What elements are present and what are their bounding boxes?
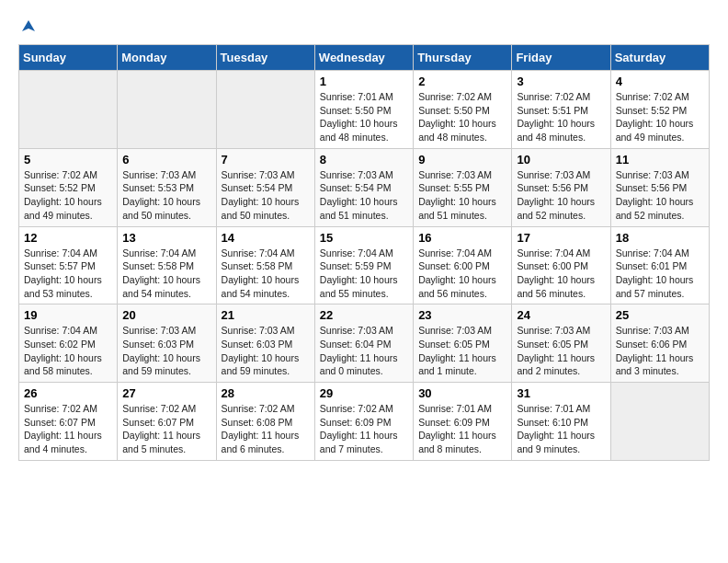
weekday-header-saturday: Saturday — [610, 45, 709, 71]
day-info: Sunrise: 7:03 AMSunset: 6:03 PMDaylight:… — [222, 324, 310, 378]
weekday-header-monday: Monday — [118, 45, 216, 71]
day-number: 29 — [320, 386, 408, 400]
calendar-cell: 2Sunrise: 7:02 AMSunset: 5:50 PMDaylight… — [414, 71, 512, 149]
day-info: Sunrise: 7:03 AMSunset: 5:54 PMDaylight:… — [222, 168, 310, 223]
calendar-cell: 14Sunrise: 7:04 AMSunset: 5:58 PMDayligh… — [216, 226, 314, 304]
day-info: Sunrise: 7:03 AMSunset: 6:05 PMDaylight:… — [418, 324, 506, 378]
day-number: 4 — [616, 75, 704, 88]
day-number: 2 — [418, 75, 506, 88]
calendar-cell: 6Sunrise: 7:03 AMSunset: 5:53 PMDaylight… — [118, 148, 216, 226]
day-number: 23 — [418, 308, 506, 322]
calendar-cell: 28Sunrise: 7:02 AMSunset: 6:08 PMDayligh… — [216, 383, 314, 461]
day-number: 10 — [517, 153, 605, 167]
day-info: Sunrise: 7:03 AMSunset: 5:56 PMDaylight:… — [616, 168, 704, 223]
day-number: 24 — [517, 308, 605, 322]
day-number: 13 — [122, 231, 210, 245]
calendar-cell: 1Sunrise: 7:01 AMSunset: 5:50 PMDaylight… — [314, 71, 413, 149]
calendar-cell: 12Sunrise: 7:04 AMSunset: 5:57 PMDayligh… — [19, 226, 118, 304]
calendar-cell: 15Sunrise: 7:04 AMSunset: 5:59 PMDayligh… — [314, 226, 413, 304]
calendar-cell — [118, 71, 216, 149]
day-number: 5 — [24, 153, 112, 167]
day-info: Sunrise: 7:04 AMSunset: 6:01 PMDaylight:… — [616, 247, 704, 301]
calendar-week-row: 26Sunrise: 7:02 AMSunset: 6:07 PMDayligh… — [19, 383, 710, 461]
day-info: Sunrise: 7:02 AMSunset: 6:07 PMDaylight:… — [122, 402, 210, 456]
calendar-cell: 8Sunrise: 7:03 AMSunset: 5:54 PMDaylight… — [314, 148, 413, 226]
day-number: 27 — [122, 386, 210, 400]
day-number: 30 — [418, 386, 506, 400]
day-info: Sunrise: 7:02 AMSunset: 6:07 PMDaylight:… — [24, 402, 112, 456]
day-info: Sunrise: 7:01 AMSunset: 5:50 PMDaylight:… — [320, 90, 408, 144]
calendar-header-row: SundayMondayTuesdayWednesdayThursdayFrid… — [19, 45, 710, 71]
day-number: 14 — [222, 231, 310, 245]
day-info: Sunrise: 7:03 AMSunset: 5:53 PMDaylight:… — [122, 168, 210, 223]
day-info: Sunrise: 7:04 AMSunset: 6:00 PMDaylight:… — [418, 247, 506, 301]
logo-bird-icon — [20, 18, 37, 35]
calendar-cell: 29Sunrise: 7:02 AMSunset: 6:09 PMDayligh… — [314, 383, 413, 461]
day-number: 21 — [222, 308, 310, 322]
calendar-cell: 17Sunrise: 7:04 AMSunset: 6:00 PMDayligh… — [512, 226, 610, 304]
day-number: 9 — [418, 153, 506, 167]
day-number: 16 — [418, 231, 506, 245]
day-info: Sunrise: 7:02 AMSunset: 6:09 PMDaylight:… — [320, 402, 408, 456]
calendar-cell: 26Sunrise: 7:02 AMSunset: 6:07 PMDayligh… — [19, 383, 118, 461]
weekday-header-sunday: Sunday — [19, 45, 118, 71]
day-info: Sunrise: 7:02 AMSunset: 5:50 PMDaylight:… — [418, 90, 506, 144]
calendar-cell: 11Sunrise: 7:03 AMSunset: 5:56 PMDayligh… — [610, 148, 709, 226]
weekday-header-tuesday: Tuesday — [216, 45, 314, 71]
calendar-cell — [610, 383, 709, 461]
calendar-cell: 3Sunrise: 7:02 AMSunset: 5:51 PMDaylight… — [512, 71, 610, 149]
weekday-header-wednesday: Wednesday — [314, 45, 413, 71]
day-number: 31 — [517, 386, 605, 400]
day-number: 18 — [616, 231, 704, 245]
day-info: Sunrise: 7:04 AMSunset: 6:02 PMDaylight:… — [24, 324, 112, 378]
svg-marker-0 — [22, 20, 35, 31]
calendar-cell: 19Sunrise: 7:04 AMSunset: 6:02 PMDayligh… — [19, 304, 118, 383]
page-header — [18, 18, 710, 35]
weekday-header-thursday: Thursday — [414, 45, 512, 71]
day-info: Sunrise: 7:01 AMSunset: 6:09 PMDaylight:… — [418, 402, 506, 456]
day-info: Sunrise: 7:02 AMSunset: 6:08 PMDaylight:… — [222, 402, 310, 456]
calendar-cell: 16Sunrise: 7:04 AMSunset: 6:00 PMDayligh… — [414, 226, 512, 304]
day-info: Sunrise: 7:04 AMSunset: 5:58 PMDaylight:… — [222, 247, 310, 301]
calendar-week-row: 1Sunrise: 7:01 AMSunset: 5:50 PMDaylight… — [19, 71, 710, 149]
calendar-cell: 27Sunrise: 7:02 AMSunset: 6:07 PMDayligh… — [118, 383, 216, 461]
day-info: Sunrise: 7:02 AMSunset: 5:52 PMDaylight:… — [24, 168, 112, 223]
calendar-table: SundayMondayTuesdayWednesdayThursdayFrid… — [18, 44, 710, 461]
calendar-cell: 24Sunrise: 7:03 AMSunset: 6:05 PMDayligh… — [512, 304, 610, 383]
calendar-week-row: 12Sunrise: 7:04 AMSunset: 5:57 PMDayligh… — [19, 226, 710, 304]
day-number: 8 — [320, 153, 408, 167]
calendar-cell: 4Sunrise: 7:02 AMSunset: 5:52 PMDaylight… — [610, 71, 709, 149]
day-info: Sunrise: 7:01 AMSunset: 6:10 PMDaylight:… — [517, 402, 605, 456]
logo — [18, 18, 37, 35]
day-number: 6 — [122, 153, 210, 167]
day-info: Sunrise: 7:03 AMSunset: 5:56 PMDaylight:… — [517, 168, 605, 223]
day-number: 1 — [320, 75, 408, 88]
calendar-cell — [19, 71, 118, 149]
calendar-cell: 20Sunrise: 7:03 AMSunset: 6:03 PMDayligh… — [118, 304, 216, 383]
day-number: 26 — [24, 386, 112, 400]
calendar-cell: 5Sunrise: 7:02 AMSunset: 5:52 PMDaylight… — [19, 148, 118, 226]
calendar-week-row: 19Sunrise: 7:04 AMSunset: 6:02 PMDayligh… — [19, 304, 710, 383]
calendar-cell: 23Sunrise: 7:03 AMSunset: 6:05 PMDayligh… — [414, 304, 512, 383]
calendar-week-row: 5Sunrise: 7:02 AMSunset: 5:52 PMDaylight… — [19, 148, 710, 226]
day-info: Sunrise: 7:03 AMSunset: 5:55 PMDaylight:… — [418, 168, 506, 223]
day-number: 15 — [320, 231, 408, 245]
day-number: 12 — [24, 231, 112, 245]
calendar-cell: 30Sunrise: 7:01 AMSunset: 6:09 PMDayligh… — [414, 383, 512, 461]
calendar-cell: 10Sunrise: 7:03 AMSunset: 5:56 PMDayligh… — [512, 148, 610, 226]
day-number: 17 — [517, 231, 605, 245]
day-number: 19 — [24, 308, 112, 322]
calendar-cell: 9Sunrise: 7:03 AMSunset: 5:55 PMDaylight… — [414, 148, 512, 226]
day-info: Sunrise: 7:04 AMSunset: 5:58 PMDaylight:… — [122, 247, 210, 301]
day-info: Sunrise: 7:04 AMSunset: 5:59 PMDaylight:… — [320, 247, 408, 301]
day-info: Sunrise: 7:03 AMSunset: 6:06 PMDaylight:… — [616, 324, 704, 378]
day-info: Sunrise: 7:03 AMSunset: 6:03 PMDaylight:… — [122, 324, 210, 378]
day-number: 22 — [320, 308, 408, 322]
day-info: Sunrise: 7:02 AMSunset: 5:51 PMDaylight:… — [517, 90, 605, 144]
weekday-header-friday: Friday — [512, 45, 610, 71]
calendar-cell — [216, 71, 314, 149]
day-number: 3 — [517, 75, 605, 88]
day-info: Sunrise: 7:03 AMSunset: 6:05 PMDaylight:… — [517, 324, 605, 378]
calendar-cell: 21Sunrise: 7:03 AMSunset: 6:03 PMDayligh… — [216, 304, 314, 383]
day-info: Sunrise: 7:03 AMSunset: 5:54 PMDaylight:… — [320, 168, 408, 223]
